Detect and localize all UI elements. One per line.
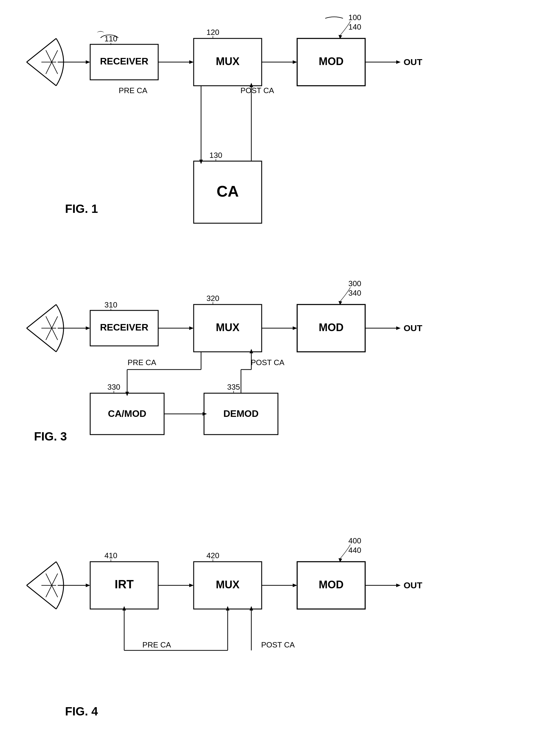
fig4-label: FIG. 4	[65, 705, 98, 718]
svg-marker-45	[202, 412, 207, 416]
pre-ca-label-fig3: PRE CA	[128, 358, 156, 367]
ref-410: 410	[104, 551, 117, 560]
receiver-label-fig3: RECEIVER	[100, 322, 149, 333]
svg-marker-14	[396, 60, 401, 64]
svg-marker-71	[123, 606, 126, 611]
svg-line-23	[27, 328, 56, 352]
svg-line-22	[27, 304, 56, 328]
fig1-label: FIG. 1	[65, 202, 98, 215]
svg-line-50	[27, 562, 56, 585]
mod-label-fig1: MOD	[319, 55, 343, 67]
svg-line-1	[27, 62, 56, 86]
ref-310: 310	[104, 300, 117, 309]
svg-marker-49	[250, 349, 253, 353]
ref-420: 420	[206, 551, 219, 560]
ref-100: 100	[348, 13, 361, 22]
out-label-fig3: OUT	[404, 323, 422, 333]
ref-110-curve: ⌒	[96, 30, 105, 40]
ref-130: 130	[209, 151, 222, 160]
out-label-fig4: OUT	[404, 580, 422, 590]
ref-440: 440	[348, 546, 361, 555]
ref-140: 140	[348, 23, 361, 31]
mux-label-fig4: MUX	[216, 579, 239, 591]
ref-335: 335	[227, 383, 240, 391]
svg-marker-62	[293, 584, 297, 587]
svg-marker-31	[189, 326, 194, 330]
ref-400: 400	[348, 536, 361, 545]
post-ca-label-fig3: POST CA	[251, 358, 285, 367]
svg-marker-21	[250, 83, 253, 87]
ref-120: 120	[206, 28, 219, 37]
svg-marker-73	[250, 606, 253, 611]
mux-label-fig1: MUX	[216, 55, 239, 67]
pre-ca-label-fig1: PRE CA	[119, 86, 147, 95]
svg-line-51	[27, 585, 56, 609]
ca-label-fig1: CA	[217, 183, 239, 200]
ca-mod-label-fig3: CA/MOD	[108, 408, 146, 419]
svg-marker-11	[293, 60, 297, 64]
svg-marker-6	[86, 60, 90, 64]
receiver-label-fig1: RECEIVER	[100, 56, 149, 67]
irt-label-fig4: IRT	[115, 578, 134, 591]
svg-marker-59	[189, 584, 194, 587]
post-ca-label-fig4: POST CA	[261, 640, 295, 649]
ref-340: 340	[348, 289, 361, 297]
svg-marker-56	[86, 584, 90, 587]
fig3-label: FIG. 3	[34, 430, 67, 443]
mux-label-fig3: MUX	[216, 321, 239, 333]
ref-320: 320	[206, 294, 219, 303]
svg-marker-69	[226, 606, 229, 611]
mod-label-fig4: MOD	[319, 579, 343, 591]
ref-300: 300	[348, 279, 361, 288]
svg-marker-8	[189, 60, 194, 64]
svg-marker-37	[396, 326, 401, 330]
demod-label-fig3: DEMOD	[223, 408, 258, 419]
pre-ca-label-fig4: PRE CA	[142, 640, 171, 649]
svg-marker-34	[293, 326, 297, 330]
out-label-fig1: OUT	[404, 57, 422, 67]
diagram-container: RECEIVER 110 ⌒ MUX 120 MOD 100 140 OUT P…	[0, 0, 560, 745]
post-ca-label-fig1: POST CA	[240, 86, 274, 95]
svg-marker-28	[86, 326, 90, 330]
svg-marker-65	[396, 584, 401, 587]
svg-line-0	[27, 38, 56, 62]
svg-marker-18	[199, 160, 203, 164]
mod-label-fig3: MOD	[319, 321, 343, 333]
ref-330: 330	[107, 383, 120, 391]
svg-marker-43	[125, 392, 129, 396]
